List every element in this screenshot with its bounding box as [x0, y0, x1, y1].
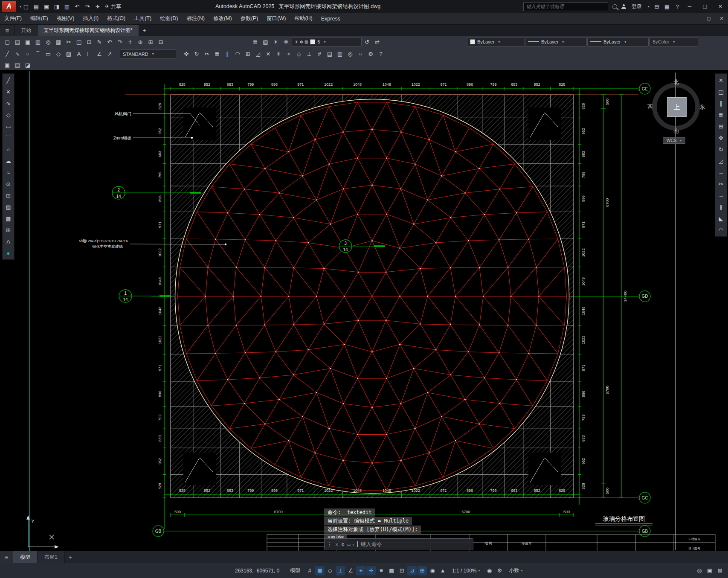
osnap-toggle[interactable]: ⌖: [356, 566, 365, 575]
search-icon[interactable]: [612, 4, 617, 9]
doc-minimize-button[interactable]: ─: [690, 13, 702, 25]
rotate-icon[interactable]: ↻: [192, 49, 201, 59]
group-icon[interactable]: ◎: [345, 49, 355, 59]
paste-icon[interactable]: ⊡: [84, 37, 94, 46]
match-properties-icon[interactable]: ✎: [95, 37, 104, 46]
cad-canvas[interactable]: 8289526837998969711022104810481022971896…: [0, 0, 728, 578]
command-input-bar[interactable]: ⋮ ✕ ⚙ ▭▾ 键入命令: [324, 538, 473, 550]
undo-icon[interactable]: ↶: [73, 2, 82, 11]
break-icon[interactable]: ∦: [716, 202, 726, 212]
infer-constraints-toggle[interactable]: ◇: [325, 566, 335, 575]
leader-icon[interactable]: ↗: [105, 49, 114, 59]
cart-icon[interactable]: ⊟: [652, 2, 661, 11]
close-button[interactable]: ✕: [713, 0, 728, 13]
offset-icon[interactable]: ≣: [212, 49, 222, 59]
zoom-previous-icon[interactable]: ⊟: [156, 37, 165, 46]
linetype-combo[interactable]: ByLayer ▾: [525, 37, 586, 46]
table-icon[interactable]: ⊞: [4, 225, 13, 235]
zoom-window-icon[interactable]: ⊞: [146, 37, 155, 46]
copy-icon[interactable]: ◫: [74, 37, 84, 46]
share-plane-icon[interactable]: ✈: [93, 2, 102, 11]
menu-item-2[interactable]: 视图(V): [52, 13, 79, 24]
recent-commands-icon[interactable]: ▭▾: [347, 541, 354, 547]
ortho-toggle[interactable]: ⊥: [336, 566, 345, 575]
color-combo[interactable]: ByLayer ▾: [467, 37, 524, 46]
block-editor-icon[interactable]: ▣: [3, 61, 12, 70]
erase-icon[interactable]: ✕: [264, 49, 273, 59]
compass-south-label[interactable]: 南: [673, 127, 679, 135]
xref-icon[interactable]: ▤: [13, 61, 22, 70]
annotation-scale-icon[interactable]: ◉: [484, 566, 494, 575]
extend-icon[interactable]: →: [716, 191, 726, 200]
share-button[interactable]: ✈ 共享: [105, 3, 121, 10]
revision-cloud-icon[interactable]: ☁: [4, 156, 13, 166]
units-button[interactable]: 小数 ▾: [505, 565, 526, 576]
search-input[interactable]: [523, 2, 608, 11]
save-as-icon[interactable]: ◨: [52, 2, 61, 11]
open-icon[interactable]: ▤: [13, 37, 22, 46]
viewcube-top-face[interactable]: 上: [667, 97, 687, 117]
model-space-button[interactable]: 模型: [287, 565, 304, 576]
doc-close-button[interactable]: ✕: [715, 13, 728, 25]
line-icon[interactable]: ╱: [4, 76, 13, 85]
layer-states-icon[interactable]: ▧: [261, 37, 270, 46]
menu-item-12[interactable]: Express: [317, 13, 345, 24]
mtext-icon[interactable]: A: [4, 237, 13, 246]
dynamic-ucs-toggle[interactable]: ⊿: [407, 566, 417, 575]
new-icon[interactable]: ▢: [21, 2, 31, 11]
maximize-button[interactable]: ▢: [697, 0, 713, 13]
erase-icon[interactable]: ✕: [716, 76, 726, 85]
layers-panel-icon[interactable]: ▥: [335, 49, 345, 59]
mirror-icon[interactable]: ∥: [223, 49, 232, 59]
fillet-icon[interactable]: ◠: [233, 49, 242, 59]
new-drawing-tab-button[interactable]: +: [139, 25, 150, 36]
properties-icon[interactable]: ▤: [325, 49, 334, 59]
annotation-visibility-toggle[interactable]: ◉: [428, 566, 437, 575]
layer-match-icon[interactable]: ⇄: [373, 37, 382, 46]
polygon-icon[interactable]: ◇: [4, 110, 13, 119]
osnap-settings-icon[interactable]: ◇: [294, 49, 304, 59]
cut-icon[interactable]: ✂: [64, 37, 73, 46]
dim-angular-icon[interactable]: ∠: [95, 49, 104, 59]
tab-start[interactable]: 开始: [15, 25, 38, 36]
rectangle-icon[interactable]: ▭: [4, 122, 13, 131]
plot-icon[interactable]: ▥: [62, 2, 72, 11]
tab-model[interactable]: 模型: [13, 551, 38, 563]
save-icon[interactable]: ▣: [42, 2, 51, 11]
zoom-realtime-icon[interactable]: ⊕: [136, 37, 145, 46]
layer-previous-icon[interactable]: ↺: [363, 37, 372, 46]
toolbar-help-icon[interactable]: ?: [376, 49, 386, 59]
spline-icon[interactable]: ≈: [4, 168, 13, 177]
apps-icon[interactable]: ▦: [662, 2, 672, 11]
hatch-icon[interactable]: ▨: [4, 202, 13, 212]
autoscale-toggle[interactable]: ▲: [438, 566, 447, 575]
explode-icon[interactable]: ✳: [274, 49, 283, 59]
menu-item-10[interactable]: 窗口(W): [262, 13, 290, 24]
dynamic-input-toggle[interactable]: ⊞: [418, 566, 427, 575]
plot-preview-icon[interactable]: ◎: [44, 37, 53, 46]
doc-restore-button[interactable]: ◻: [702, 13, 715, 25]
point-style-icon[interactable]: ●: [4, 248, 13, 258]
command-input-placeholder[interactable]: 键入命令: [361, 541, 382, 548]
insert-block-icon[interactable]: ⊡: [4, 191, 13, 200]
layer-combo[interactable]: ☀❄⊠ 5 ▾: [292, 37, 362, 46]
text-icon[interactable]: A: [74, 49, 84, 59]
circle-icon[interactable]: ○: [23, 49, 32, 59]
transparency-toggle[interactable]: ▩: [387, 566, 396, 575]
array-icon[interactable]: ⊞: [716, 122, 726, 131]
arc-icon[interactable]: ⌒: [4, 133, 13, 142]
gradient-icon[interactable]: ▩: [4, 214, 13, 223]
minimize-button[interactable]: ─: [682, 0, 697, 13]
menu-item-4[interactable]: 格式(O): [103, 13, 130, 24]
compass-north-label[interactable]: 北: [673, 78, 679, 86]
menu-item-0[interactable]: 文件(F): [0, 13, 26, 24]
viewcube-compass[interactable]: 北 南 西 东 上 WCS ▾: [648, 79, 705, 150]
redo-icon[interactable]: ↷: [115, 37, 125, 46]
selection-cycling-toggle[interactable]: ⊡: [397, 566, 406, 575]
workspace-icon[interactable]: ⚙: [366, 49, 375, 59]
dim-linear-icon[interactable]: ⊢: [84, 49, 94, 59]
layout-menu-icon[interactable]: ≡: [0, 551, 13, 563]
image-attach-icon[interactable]: ◪: [23, 61, 32, 70]
help-icon[interactable]: ?: [673, 2, 682, 11]
tab-layout1[interactable]: 布局1: [38, 551, 65, 563]
